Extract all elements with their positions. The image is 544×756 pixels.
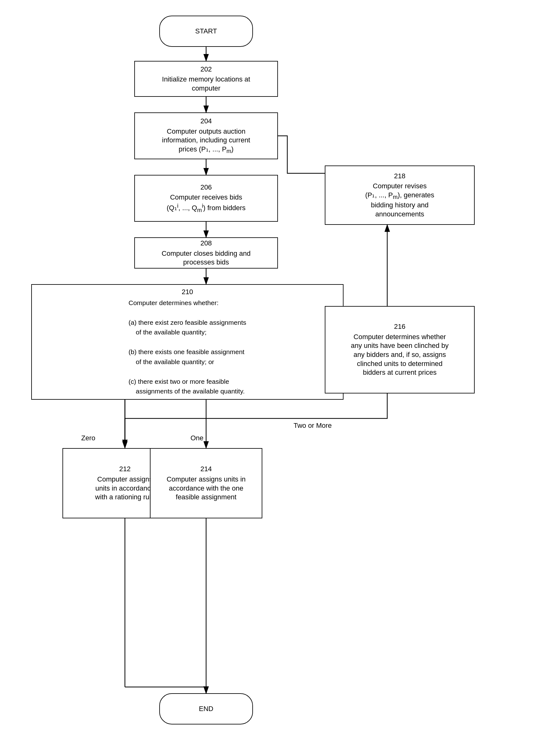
label-one: One (190, 434, 204, 442)
end-node: END (159, 693, 253, 724)
node-208: 208 Computer closes bidding andprocesses… (134, 237, 278, 269)
node-212-step: 212 (119, 465, 131, 474)
node-218: 218 Computer revises(P₁, ..., Pm), gener… (325, 166, 475, 225)
node-218-step: 218 (394, 172, 406, 181)
node-214-step: 214 (200, 465, 212, 474)
start-node: START (159, 16, 253, 47)
node-204-text: Computer outputs auctioninformation, inc… (162, 127, 250, 155)
node-218-text: Computer revises(P₁, ..., Pm), generates… (365, 182, 434, 219)
node-216: 216 Computer determines whetherany units… (325, 306, 475, 393)
node-206-text: Computer receives bids(Q₁i, ..., Qmi) fr… (167, 193, 246, 214)
node-208-text: Computer closes bidding andprocesses bid… (162, 249, 251, 267)
node-216-text: Computer determines whetherany units hav… (351, 333, 448, 377)
node-202-text: Initialize memory locations atcomputer (162, 75, 250, 93)
node-208-step: 208 (200, 239, 212, 248)
node-202: 202 Initialize memory locations atcomput… (134, 61, 278, 97)
node-210-step: 210 (182, 288, 193, 297)
node-214-text: Computer assigns units inaccordance with… (166, 475, 245, 502)
end-label: END (199, 704, 213, 714)
node-204-step: 204 (200, 117, 212, 126)
label-zero: Zero (81, 434, 95, 442)
node-210-text: Computer determines whether: (a) there e… (128, 298, 246, 396)
node-212-text: Computer assignsunits in accordancewith … (95, 475, 155, 502)
node-206-step: 206 (200, 183, 212, 192)
node-210: 210 Computer determines whether: (a) the… (31, 284, 344, 400)
node-216-step: 216 (394, 322, 406, 331)
node-202-step: 202 (200, 65, 212, 74)
start-label: START (195, 27, 217, 36)
node-214: 214 Computer assigns units inaccordance … (150, 448, 262, 518)
node-206: 206 Computer receives bids(Q₁i, ..., Qmi… (134, 175, 278, 222)
node-204: 204 Computer outputs auctioninformation,… (134, 112, 278, 159)
label-two-or-more: Two or More (294, 422, 332, 430)
flowchart: START 202 Initialize memory locations at… (0, 0, 544, 756)
